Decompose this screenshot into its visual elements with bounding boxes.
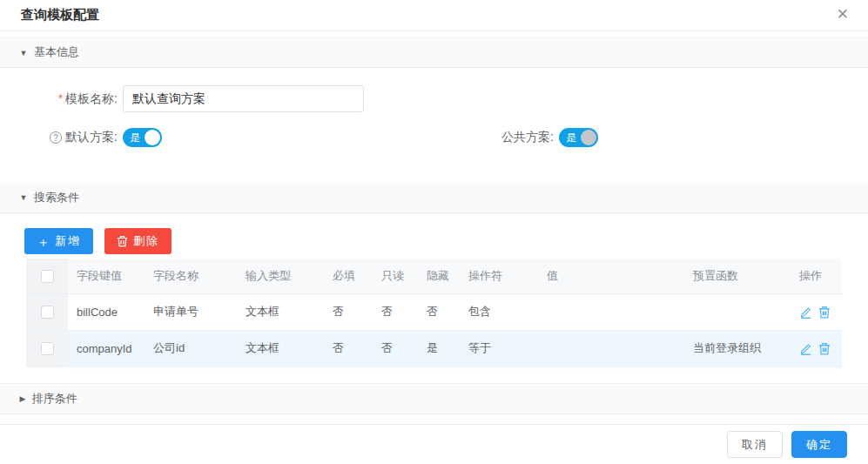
- table-row[interactable]: billCode 申请单号 文本框 否 否 否 包含: [26, 293, 842, 330]
- default-plan-group: ?默认方案: 是: [0, 128, 162, 147]
- col-value: 值: [538, 259, 684, 293]
- col-field-name: 字段名称: [145, 259, 237, 293]
- col-required: 必填: [324, 259, 373, 293]
- cell-input-type: 文本框: [237, 293, 324, 330]
- section-search-conditions[interactable]: ▼ 搜索条件: [0, 182, 868, 213]
- cell-operator: 等于: [460, 330, 538, 366]
- delete-row-icon[interactable]: [818, 342, 831, 355]
- default-plan-label: ?默认方案:: [0, 130, 118, 145]
- cell-field-name: 申请单号: [145, 293, 237, 330]
- delete-button-label: 删除: [133, 233, 159, 249]
- public-plan-group: 公共方案: 是: [501, 128, 598, 147]
- section-basic-info[interactable]: ▼ 基本信息: [0, 37, 868, 68]
- close-icon[interactable]: ✕: [837, 7, 849, 22]
- confirm-button[interactable]: 确定: [791, 431, 847, 458]
- cell-input-type: 文本框: [237, 330, 324, 366]
- col-input-type: 输入类型: [237, 259, 324, 293]
- toggle-knob: [581, 130, 596, 145]
- row-checkbox[interactable]: [41, 342, 54, 355]
- cell-hidden: 否: [418, 293, 460, 330]
- public-plan-toggle[interactable]: 是: [559, 128, 598, 147]
- template-name-label-text: 模板名称:: [65, 91, 118, 105]
- cell-value: [538, 330, 684, 366]
- delete-row-icon[interactable]: [818, 306, 831, 319]
- plus-icon: ＋: [37, 235, 50, 248]
- section-basic-label: 基本信息: [34, 44, 79, 60]
- template-name-row: *模板名称:: [0, 85, 868, 112]
- plan-toggles-row: ?默认方案: 是 公共方案: 是: [0, 128, 868, 147]
- dialog-header: 查询模板配置 ✕: [0, 0, 868, 31]
- add-button-label: 新增: [55, 233, 81, 249]
- cell-required: 否: [324, 330, 373, 366]
- cell-field-name: 公司id: [145, 330, 237, 366]
- dialog-title: 查询模板配置: [21, 7, 99, 24]
- template-name-input[interactable]: [123, 85, 364, 112]
- cell-value: [538, 293, 684, 330]
- conditions-table: 字段键值 字段名称 输入类型 必填 只读 隐藏 操作符 值 预置函数 操作 bi…: [26, 259, 842, 367]
- trash-icon: [117, 235, 128, 247]
- dialog-footer: 取消 确定: [0, 424, 868, 464]
- cell-field-key: companyId: [68, 330, 145, 366]
- toggle-knob: [145, 130, 160, 145]
- table-row[interactable]: companyId 公司id 文本框 否 否 是 等于 当前登录组织: [26, 330, 842, 366]
- cell-operator: 包含: [460, 293, 538, 330]
- col-field-key: 字段键值: [68, 259, 145, 293]
- cell-preset: [684, 293, 791, 330]
- cell-readonly: 否: [373, 293, 418, 330]
- edit-row-icon[interactable]: [799, 342, 812, 355]
- toggle-on-text: 是: [566, 128, 576, 147]
- cell-readonly: 否: [373, 330, 418, 366]
- default-plan-label-text: 默认方案:: [65, 130, 118, 144]
- table-header-row: 字段键值 字段名称 输入类型 必填 只读 隐藏 操作符 值 预置函数 操作: [26, 259, 842, 293]
- select-all-checkbox[interactable]: [41, 270, 54, 283]
- search-toolbar: ＋ 新增 删除: [24, 228, 844, 254]
- row-checkbox[interactable]: [41, 306, 54, 319]
- public-plan-label: 公共方案:: [501, 130, 554, 145]
- cell-preset: 当前登录组织: [684, 330, 791, 366]
- cell-hidden: 是: [418, 330, 460, 366]
- caret-down-icon: ▼: [19, 48, 27, 57]
- section-sort-conditions[interactable]: ▶ 排序条件: [0, 383, 868, 414]
- caret-down-icon: ▼: [19, 193, 27, 202]
- edit-row-icon[interactable]: [799, 306, 812, 319]
- template-name-label: *模板名称:: [0, 91, 118, 107]
- default-plan-toggle[interactable]: 是: [123, 128, 162, 147]
- help-question-icon[interactable]: ?: [50, 131, 62, 144]
- cell-field-key: billCode: [68, 293, 145, 330]
- query-template-dialog: 查询模板配置 ✕ ▼ 基本信息 *模板名称: ?默认方案: 是 公共方案: 是 …: [0, 0, 868, 464]
- col-operator: 操作符: [460, 259, 538, 293]
- col-preset: 预置函数: [684, 259, 791, 293]
- section-search-label: 搜索条件: [34, 190, 79, 205]
- cancel-button[interactable]: 取消: [727, 431, 783, 458]
- col-actions: 操作: [791, 259, 842, 293]
- col-hidden: 隐藏: [418, 259, 460, 293]
- add-button[interactable]: ＋ 新增: [24, 228, 93, 254]
- delete-button[interactable]: 删除: [104, 228, 172, 254]
- required-mark: *: [58, 91, 63, 105]
- caret-right-icon: ▶: [19, 394, 25, 403]
- toggle-on-text: 是: [130, 128, 140, 147]
- col-readonly: 只读: [373, 259, 418, 293]
- section-sort-label: 排序条件: [32, 391, 77, 407]
- cell-required: 否: [324, 293, 373, 330]
